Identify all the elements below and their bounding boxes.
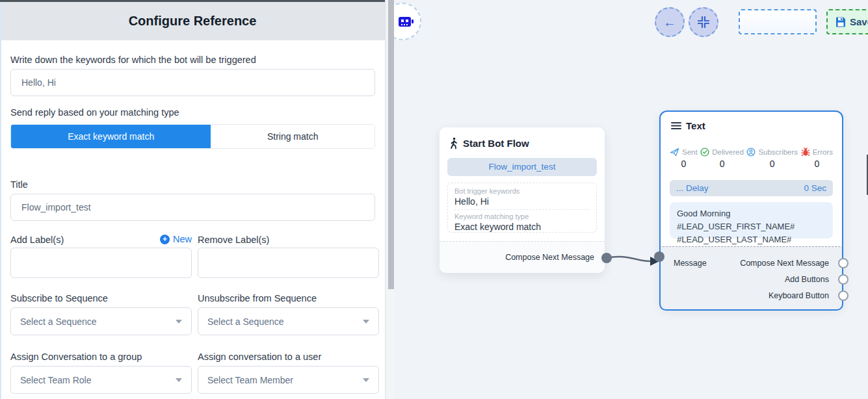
text-node-header: Text [661,112,842,131]
arrow-left-icon: ← [663,15,676,30]
delay-value: 0 Sec [804,183,826,193]
stat-errors: Errors 0 [801,148,833,169]
add-buttons-port[interactable] [838,274,848,285]
delay-label: ... Delay [676,183,709,193]
chevron-down-icon [363,378,369,382]
compose-next-message-label: Compose Next Message [505,253,594,262]
hamburger-icon [671,122,681,130]
title-label: Title [10,179,28,190]
stat-subscribers: Subscribers 0 [746,148,798,169]
matching-type-label: Send reply based on your matching type [10,107,179,118]
message-bubble[interactable]: Good Morning #LEAD_USER_FIRST_NAME# #LEA… [670,202,833,238]
message-input-port[interactable] [654,251,664,262]
chevron-down-icon [176,378,182,382]
keywords-label: Write down the keywords for which the bo… [10,55,256,65]
subscribe-sequence-select[interactable]: Select a Sequence [10,307,192,335]
plus-icon: + [160,235,170,244]
new-label-text: New [173,234,192,244]
trigger-keywords-label: Bot trigger keywords [454,187,590,196]
assign-user-label: Assign conversation to a user [198,352,321,362]
panel-scrollbar-thumb[interactable] [388,0,394,289]
tab-exact-keyword-match[interactable]: Exact keyword match [11,125,211,148]
assign-user-select[interactable]: Select Team Member [198,366,379,394]
subscribe-sequence-label: Subscribe to Sequence [10,293,108,303]
panel-scrollbar[interactable] [388,0,394,399]
matching-type-label: Keyword matching type [454,212,590,221]
flow-builder-app: Configure Reference Write down the keywo… [0,0,868,399]
save-button[interactable]: Save [826,9,868,34]
check-circle-icon [700,148,709,157]
configure-reference-panel: Configure Reference Write down the keywo… [0,0,386,399]
delay-setting[interactable]: ... Delay 0 Sec [670,180,833,196]
start-node-title: Start Bot Flow [463,138,529,149]
page-title: Configure Reference [129,14,257,29]
start-node-footer: Compose Next Message [440,241,605,273]
assign-group-select[interactable]: Select Team Role [10,366,192,394]
unsubscribe-sequence-label: Unsubscribe from Sequence [198,293,317,303]
fit-view-button[interactable] [689,7,718,37]
chevron-down-icon [363,320,369,324]
stat-sent: Sent 0 [670,148,698,169]
text-node[interactable]: Text Sent 0 [659,110,843,308]
add-buttons-label: Add Buttons [785,275,829,284]
title-input[interactable] [10,194,375,221]
toolbar-ghost-button[interactable] [739,9,817,34]
start-node-header: Start Bot Flow [440,127,605,149]
stat-delivered: Delivered 0 [700,148,744,169]
matching-type-value: Exact keyword match [454,221,590,233]
trigger-keywords-value: Hello, Hi [454,196,590,207]
keyboard-button-label: Keyboard Button [769,291,829,300]
panel-body: Write down the keywords for which the bo… [10,40,375,399]
compress-icon [698,16,709,28]
panel-left-edge [0,2,1,399]
panel-header: Configure Reference [0,2,385,40]
trigger-settings-box[interactable]: Bot trigger keywords Hello, Hi Keyword m… [447,183,597,233]
save-label: Save [850,16,868,27]
text-node-footer: Message Compose Next Message Add Buttons… [659,246,843,311]
assign-group-label: Assign Conversation to a group [10,352,142,362]
divider [454,209,590,210]
robot-icon [397,14,414,29]
back-button[interactable]: ← [655,7,685,37]
person-circle-icon [746,148,756,157]
new-label-button[interactable]: + New [10,234,192,244]
compose-next-message-label: Compose Next Message [740,259,829,268]
text-node-stats: Sent 0 Delivered 0 [661,148,842,169]
compose-next-message-port[interactable] [838,258,848,268]
walking-person-icon [449,137,458,149]
start-bot-flow-node[interactable]: Start Bot Flow Flow_import_test Bot trig… [440,127,605,273]
flow-name-pill[interactable]: Flow_import_test [447,158,597,176]
unsubscribe-sequence-select[interactable]: Select a Sequence [198,307,379,335]
matching-type-tabs: Exact keyword match String match [10,124,375,149]
keyboard-button-port[interactable] [838,290,848,301]
chevron-down-icon [176,320,182,324]
bug-icon [801,148,810,157]
remove-labels-label: Remove Label(s) [198,235,269,245]
compose-next-message-port[interactable] [601,253,612,263]
tab-string-match[interactable]: String match [211,125,375,148]
text-node-title: Text [686,120,705,131]
bot-menu-button[interactable] [394,3,421,40]
save-floppy-icon [835,17,846,27]
paper-plane-icon [670,148,679,157]
add-labels-input[interactable] [10,248,192,278]
keywords-input[interactable] [10,69,375,96]
remove-labels-input[interactable] [198,248,379,278]
flow-canvas[interactable]: ← Save [394,0,868,399]
message-input-label: Message [674,259,707,268]
